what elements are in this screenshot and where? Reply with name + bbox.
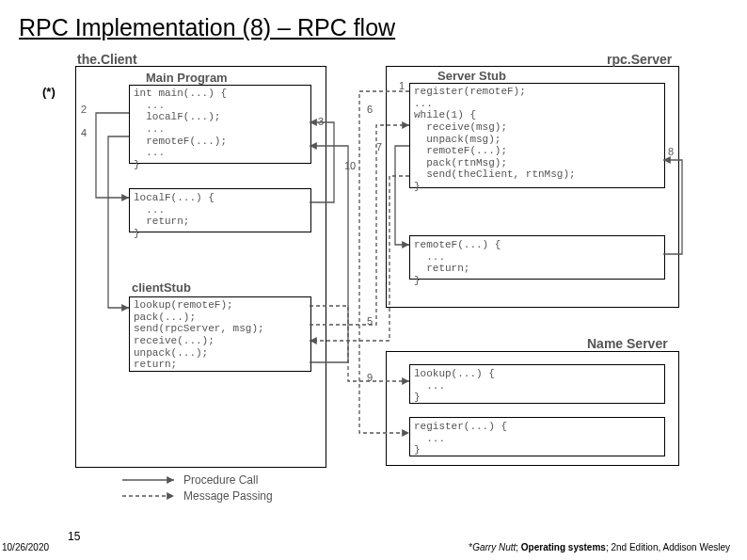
main-code: int main(...) { ... localF(...); ... rem… [134,88,227,170]
cite-title: Operating systems [521,542,606,552]
rpc-flow-diagram: the.Client Main Program int main(...) { … [66,52,706,504]
flow-num-3: 3 [318,116,324,127]
legend-msg: Message Passing [183,489,273,503]
flow-num-5: 5 [367,315,373,327]
star-note: (*) [42,85,56,99]
flow-num-8: 8 [668,146,674,157]
clientstub-code: lookup(remoteF); pack(...); send(rpcServ… [134,299,264,371]
nameserver-label: Name Server [587,336,668,351]
register-code: register(...) { ... } [414,421,507,456]
main-label: Main Program [146,71,228,85]
flow-num-9: 9 [367,372,373,383]
flow-num-4: 4 [81,127,87,138]
cite-rest: ; 2nd Edition, Addison Wesley [606,542,730,552]
flow-num-2: 2 [81,104,87,115]
footer-date: 10/26/2020 [2,542,49,552]
rpcserver-label: rpc.Server [607,52,672,67]
remotef-code: remoteF(...) { ... return; } [414,239,501,287]
cite-author: Garry Nutt [472,542,516,552]
footer-citation: *Garry Nutt; Operating systems; 2nd Edit… [469,542,730,552]
lookup-code: lookup(...) { ... } [414,368,495,404]
client-label: the.Client [77,52,137,67]
flow-num-7: 7 [376,141,382,152]
serverstub-code: register(remoteF); ... while(1) { receiv… [414,86,576,193]
flow-num-6: 6 [367,104,373,115]
legend-proc: Procedure Call [183,473,258,487]
footer-page: 15 [68,530,80,543]
flow-num-10: 10 [344,160,356,171]
localf-code: localF(...) { ... return; } [134,192,215,240]
page-title: RPC Implementation (8) – RPC flow [19,14,728,41]
flow-num-1: 1 [399,80,405,91]
clientstub-label: clientStub [132,280,191,295]
serverstub-label: Server Stub [437,69,506,83]
